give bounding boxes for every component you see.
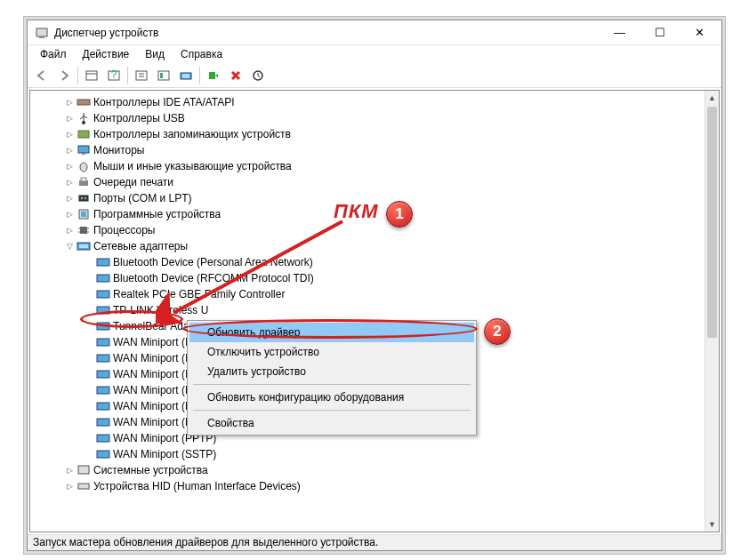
expander-icon[interactable]: ▷ [64,97,75,108]
cpu-icon [77,223,91,237]
ctx-separator [193,410,471,411]
enable-button[interactable] [203,65,224,86]
node-label: Bluetooth Device (RFCOMM Protocol TDI) [113,272,314,284]
svg-point-16 [82,121,85,124]
expander-icon[interactable]: ▷ [64,129,75,140]
menu-action[interactable]: Действие [76,46,137,62]
ctx-properties[interactable]: Свойства [189,413,474,433]
update-button[interactable] [153,65,174,86]
app-icon [35,26,49,40]
expander-icon[interactable]: ▷ [64,177,75,188]
tree-node-bt-pan[interactable]: Bluetooth Device (Personal Area Network) [30,254,719,270]
svg-rect-45 [97,419,109,426]
annotation-pkm-label: ПКМ [334,200,379,223]
node-label: Контроллеры USB [93,112,185,124]
ctx-update-driver[interactable]: Обновить драйвер [189,323,474,342]
tree-node-print[interactable]: ▷Очереди печати [30,174,719,190]
svg-rect-15 [77,100,90,105]
window-title: Диспетчер устройств [54,27,600,39]
tree-node-usb[interactable]: ▷Контроллеры USB [30,110,719,126]
minimize-button[interactable]: — [600,20,640,45]
maximize-button[interactable]: ☐ [640,20,680,45]
svg-rect-1 [39,36,44,38]
usb-icon [77,111,91,125]
show-hide-button[interactable] [81,65,102,86]
menu-file[interactable]: Файл [33,46,74,62]
context-menu: Обновить драйвер Отключить устройство Уд… [187,320,477,436]
ide-icon [77,95,91,109]
tree-node-wan-sstp[interactable]: WAN Miniport (SSTP) [30,446,719,462]
annotation-badge-1: 1 [386,201,413,228]
menu-view[interactable]: Вид [138,46,172,62]
back-button[interactable] [31,65,52,86]
ctx-label: Отключить устройство [207,346,319,358]
svg-rect-49 [78,484,89,489]
svg-rect-10 [160,73,163,78]
expander-icon[interactable]: ▷ [64,145,75,156]
svg-rect-22 [81,178,86,181]
expander-icon[interactable]: ▷ [64,209,75,220]
forward-button[interactable] [53,65,75,86]
adapter-icon [96,255,110,269]
toolbar-separator [127,67,128,84]
node-label: Системные устройства [93,464,208,476]
refresh-button[interactable] [247,65,269,86]
expander-icon[interactable]: ▷ [64,225,75,236]
annotation-badge-2: 2 [484,318,511,345]
scroll-thumb[interactable] [707,107,717,338]
expander-icon[interactable]: ▽ [64,241,75,252]
adapter-icon [96,271,110,285]
tree-node-monitors[interactable]: ▷Мониторы [30,142,719,158]
tree-node-ide[interactable]: ▷Контроллеры IDE ATA/ATAPI [30,94,719,110]
expander-icon[interactable]: ▷ [64,193,75,204]
node-label: Порты (COM и LPT) [93,192,192,204]
node-label: WAN Miniport (SSTP) [113,448,216,460]
ctx-disable-device[interactable]: Отключить устройство [189,342,474,362]
tree-node-realtek[interactable]: Realtek PCIe GBE Family Controller [30,286,719,302]
properties-button[interactable] [131,65,152,86]
uninstall-button[interactable] [225,65,246,86]
svg-rect-40 [97,339,109,346]
tree-node-bt-rfcomm[interactable]: Bluetooth Device (RFCOMM Protocol TDI) [30,270,719,286]
svg-text:?: ? [111,69,117,81]
node-label: Bluetooth Device (Personal Area Network) [113,256,313,268]
statusbar: Запуск мастера обновления драйверов для … [28,534,721,550]
toolbar: ? [28,63,721,88]
close-button[interactable]: ✕ [680,20,720,45]
printer-icon [77,175,91,189]
tree-node-storage[interactable]: ▷Контроллеры запоминающих устройств [30,126,719,142]
svg-rect-23 [79,196,88,201]
device-manager-window: Диспетчер устройств — ☐ ✕ Файл Действие … [27,20,722,551]
svg-rect-48 [78,466,89,474]
scroll-down-icon[interactable]: ▼ [705,517,719,532]
tree-node-network[interactable]: ▽Сетевые адаптеры [30,238,719,254]
tree-node-system[interactable]: ▷Системные устройства [30,462,719,478]
node-label: Очереди печати [93,176,173,188]
device-tree[interactable]: ▷Контроллеры IDE ATA/ATAPI ▷Контроллеры … [29,90,720,532]
svg-point-25 [85,197,86,199]
adapter-icon [96,415,110,429]
svg-rect-47 [97,451,109,458]
expander-icon[interactable]: ▷ [64,161,75,172]
node-label: Контроллеры запоминающих устройств [93,128,291,140]
tree-node-cpu[interactable]: ▷Процессоры [30,222,719,238]
svg-rect-43 [97,387,109,394]
vertical-scrollbar[interactable]: ▲ ▼ [705,91,719,532]
expander-icon[interactable]: ▷ [64,481,75,492]
tree-node-hid[interactable]: ▷Устройства HID (Human Interface Devices… [30,478,719,494]
node-label: WAN Miniport (IP) [113,352,198,364]
tree-node-mice[interactable]: ▷Мыши и иные указывающие устройства [30,158,719,174]
tree-node-tplink[interactable]: TP-LINK Wireless U [30,302,719,318]
scroll-up-icon[interactable]: ▲ [705,91,719,105]
menu-help[interactable]: Справка [173,46,230,62]
help-button[interactable]: ? [103,65,125,86]
ctx-refresh-hw[interactable]: Обновить конфигурацию оборудования [189,388,474,407]
hid-icon [77,479,91,493]
expander-icon[interactable]: ▷ [64,113,75,124]
scan-button[interactable] [175,65,197,86]
expander-icon[interactable]: ▷ [64,465,75,476]
svg-point-24 [81,197,83,199]
ctx-remove-device[interactable]: Удалить устройство [189,362,474,381]
toolbar-separator [199,67,200,84]
storage-icon [77,127,91,141]
